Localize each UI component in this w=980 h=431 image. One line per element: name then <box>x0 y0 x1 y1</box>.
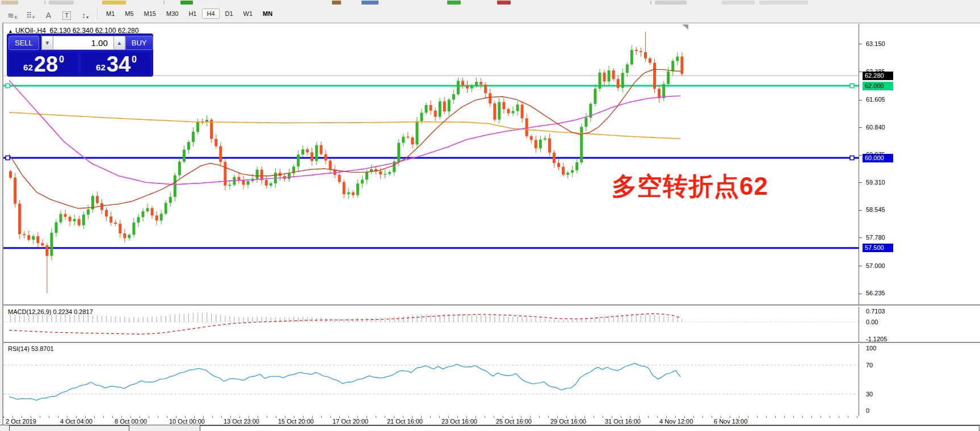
timeframe-button-m1[interactable]: M1 <box>102 9 119 19</box>
price-tick-mark <box>859 44 862 44</box>
candle-body <box>475 82 478 86</box>
candle-body <box>219 146 222 162</box>
timeframe-button-m30[interactable]: M30 <box>162 9 183 19</box>
volume-decrease-button[interactable]: ▼ <box>41 36 53 50</box>
line-handle[interactable] <box>850 156 854 160</box>
candle-body <box>539 140 542 148</box>
toolbar-icon-fragment[interactable] <box>49 1 74 5</box>
price-tick-label: 58.545 <box>866 206 885 213</box>
arrows-tool-icon[interactable]: ↕▾ <box>77 7 94 20</box>
volume-stepper: ▼ ▲ <box>41 36 125 50</box>
candle-body <box>146 208 149 211</box>
sell-price-display[interactable]: 62 28 0 <box>9 52 78 75</box>
indicator-axis-label: 0 <box>866 407 869 414</box>
price-tick-mark <box>859 210 862 211</box>
candle-body <box>594 89 596 104</box>
toolbar-icon-fragment[interactable] <box>332 1 341 5</box>
line-handle[interactable] <box>6 156 10 160</box>
candle-body <box>132 223 135 235</box>
candle-body <box>265 180 268 186</box>
rsi-panel-canvas[interactable] <box>3 344 859 416</box>
candle-body <box>406 137 409 138</box>
chart-annotation-text: 多空转折点62 <box>612 170 768 203</box>
price-badge: 60.000 <box>863 154 893 162</box>
buy-price-sup: 0 <box>132 55 137 65</box>
line-handle[interactable] <box>6 84 10 88</box>
candle-body <box>676 57 679 61</box>
candle-body <box>603 73 606 82</box>
timeframe-button-w1[interactable]: W1 <box>239 9 258 19</box>
macd-panel-canvas[interactable] <box>3 307 859 341</box>
candle-body <box>238 177 241 181</box>
candle-body <box>256 170 259 179</box>
timeframe-button-d1[interactable]: D1 <box>221 9 238 19</box>
sell-button[interactable]: SELL <box>9 36 39 50</box>
candle-body <box>662 84 665 98</box>
candle-body <box>512 111 515 113</box>
price-axis[interactable]: 63.15062.38561.60560.84060.07559.31058.5… <box>859 24 978 416</box>
candle-body <box>160 214 163 220</box>
up-arrow-icon: ▲ <box>116 40 122 46</box>
toolbar-icon-fragment[interactable] <box>102 1 126 5</box>
candle-body <box>621 73 624 88</box>
candle-body <box>361 179 364 183</box>
candle-body <box>41 243 44 245</box>
timeframe-button-m15[interactable]: M15 <box>140 9 161 19</box>
toolbar-icon-fragment[interactable] <box>447 1 461 5</box>
toolbar-icon-fragment[interactable] <box>180 1 193 5</box>
price-tick-mark <box>859 237 862 238</box>
candle-body <box>210 120 213 139</box>
candle-body <box>242 180 245 185</box>
toolbar-icon-fragment[interactable] <box>759 1 808 5</box>
price-tick-mark <box>859 182 862 183</box>
toolbar-icon-fragment[interactable] <box>1 1 18 5</box>
toolbar-icon-fragment[interactable] <box>655 1 687 5</box>
candle-body <box>356 183 359 195</box>
toolbar-icon-fragment[interactable] <box>163 1 165 5</box>
toolbar-icon-fragment[interactable] <box>650 1 651 5</box>
candle-body <box>448 100 451 112</box>
buy-button[interactable]: BUY <box>125 36 153 50</box>
candle-body <box>384 174 386 175</box>
text-label-tool-icon[interactable]: A <box>40 7 57 20</box>
sell-price-sup: 0 <box>59 55 64 65</box>
candle-body <box>402 137 405 143</box>
text-box-tool-icon[interactable]: T <box>58 7 75 20</box>
chart-shift-marker-icon[interactable] <box>682 24 688 30</box>
volume-input[interactable] <box>53 36 113 50</box>
candle-body <box>32 236 35 240</box>
toolbar-icon-fragment[interactable] <box>361 1 378 5</box>
one-click-trading-panel: SELL ▼ ▲ BUY 62 28 0 62 34 0 <box>7 34 153 77</box>
candle-body <box>658 89 661 98</box>
price-tick-label: 57.000 <box>866 262 885 269</box>
price-tick-label: 63.150 <box>866 40 885 47</box>
mt4-window: ≋E⠿FAT↕▾ M1M5M15M30H1H4D1W1MN ▲UKOil-,H4… <box>0 0 980 431</box>
toolbar-icon-fragment[interactable] <box>44 1 45 5</box>
line-handle[interactable] <box>850 84 854 88</box>
timeframe-button-h1[interactable]: H1 <box>184 9 201 19</box>
time-axis[interactable]: 2 Oct 20194 Oct 04:008 Oct 00:0010 Oct 0… <box>3 416 859 425</box>
chart-tab[interactable] <box>9 425 129 431</box>
timeframe-button-m5[interactable]: M5 <box>120 9 138 19</box>
volume-increase-button[interactable]: ▲ <box>113 36 125 50</box>
candle-body <box>507 109 510 113</box>
toolbar-icon-fragment[interactable] <box>497 1 511 5</box>
chart-tab-active[interactable] <box>200 425 979 431</box>
candle-body <box>470 86 473 88</box>
candle-body <box>415 121 418 144</box>
candle-body <box>434 111 437 117</box>
timeframe-button-mn[interactable]: MN <box>258 9 277 19</box>
rsi-line <box>9 363 680 400</box>
candle-body <box>557 163 560 167</box>
price-badge: 57.500 <box>863 244 893 252</box>
buy-price-display[interactable]: 62 34 0 <box>81 52 150 75</box>
grid-f-tool-icon[interactable]: ⠿F <box>22 7 39 20</box>
candle-body <box>64 214 67 217</box>
candle-body <box>516 104 519 111</box>
freehand-draw-e-tool-icon[interactable]: ≋E <box>4 7 21 20</box>
indicator-axis-label: 70 <box>866 362 873 369</box>
macd-separator[interactable] <box>3 304 980 307</box>
timeframe-button-h4[interactable]: H4 <box>202 9 219 19</box>
toolbar-icon-fragment[interactable] <box>722 1 755 5</box>
buy-price-major: 62 <box>96 62 106 72</box>
